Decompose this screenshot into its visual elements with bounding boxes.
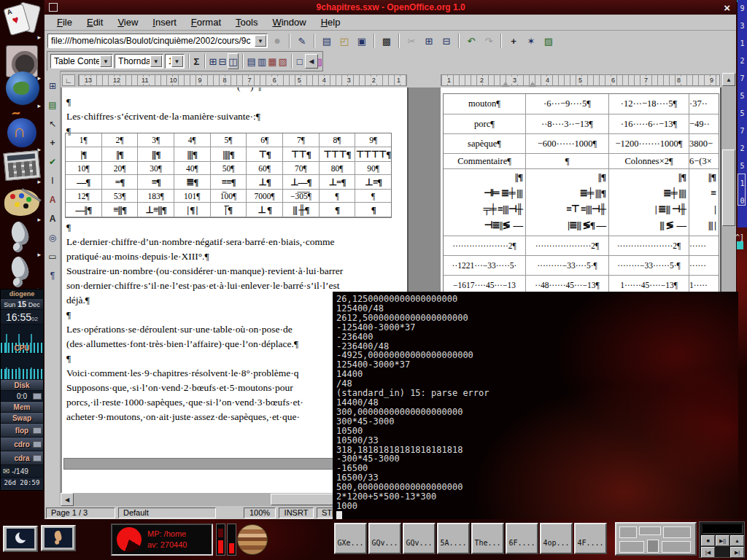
pager-cell[interactable]	[662, 541, 691, 553]
table-cell[interactable]: 3800−	[689, 133, 719, 153]
insert-frame-icon[interactable]: ▭	[46, 249, 59, 264]
font-size-combobox[interactable]: 12 ▼	[165, 54, 185, 69]
table-cell[interactable]: −49··	[689, 114, 719, 133]
table-cell[interactable]: ⊥≡|||¶	[137, 202, 174, 217]
table-cell[interactable]: 183¶	[137, 189, 174, 202]
dock-icon-footprint-2[interactable]	[1, 254, 42, 293]
copy-icon[interactable]: ⊞	[421, 33, 437, 49]
table-cell[interactable]: ··1221···−33·····5·	[444, 255, 525, 275]
stop-button[interactable]: ■	[701, 535, 715, 546]
form-functions-icon[interactable]: +	[46, 136, 59, 150]
table-cell[interactable]: ·12···−18····5¶	[608, 94, 689, 114]
rod-numerals-cell[interactable]: ||¶ ≣╪ ||||| | ≣||| ⊣╫ ||| ≶ —	[608, 168, 689, 236]
table-cell[interactable]: −3̅0̅5̅¶	[282, 189, 319, 202]
table-cell[interactable]: | ¶ |	[174, 202, 210, 217]
table-cell[interactable]: ¶	[525, 153, 608, 168]
task-button[interactable]: 5A....	[437, 523, 470, 554]
menu-item[interactable]: Edit	[80, 15, 109, 29]
table-cell[interactable]: 90¶	[355, 161, 391, 174]
table-cell[interactable]: 53¶	[101, 189, 138, 202]
paste-icon[interactable]: ⊟	[438, 33, 454, 49]
menu-item[interactable]: File	[50, 15, 79, 29]
rod-numerals-cell[interactable]: ||¶ ≡ | ||| |	[689, 168, 719, 236]
table-cell[interactable]: 9¶	[355, 133, 391, 147]
screensaver-applet[interactable]	[3, 526, 38, 552]
task-button[interactable]: 4op...	[540, 523, 573, 554]
insert-row-icon[interactable]: ▤	[247, 53, 256, 69]
indent-marker[interactable]	[502, 82, 509, 87]
pager-cell-active[interactable]	[647, 540, 659, 553]
table-cell[interactable]: 12¶	[66, 189, 101, 202]
task-button[interactable]: 6F....	[506, 523, 538, 554]
play-pause-button[interactable]: ▶||	[716, 535, 729, 546]
table-cell[interactable]: ≡¶	[137, 174, 174, 189]
rod-numerals-cell[interactable]: ||¶ ≣╪ ||||¶ ≡⊤ ≡||||⊣╫ |≣||| ≶¶ —	[525, 168, 608, 236]
terminal-window[interactable]: 26,12500000000000000000125400/482612,500…	[333, 292, 738, 519]
insert-fields-icon[interactable]: ▤	[46, 98, 59, 112]
table-cell[interactable]: 101¶	[174, 189, 210, 202]
size-dropdown-icon[interactable]: ▼	[171, 55, 183, 67]
print-icon[interactable]: ▩	[379, 33, 395, 49]
dock-icon-cards[interactable]: A ♥	[1, 1, 42, 41]
menu-item[interactable]: Window	[266, 15, 312, 29]
previous-track-button[interactable]: |◀	[701, 547, 715, 558]
table-cell[interactable]: 40¶	[174, 161, 210, 174]
table-cell[interactable]: 70¶	[282, 161, 319, 174]
navigator-icon[interactable]: +	[506, 33, 522, 49]
table-cell[interactable]: |||||¶	[210, 147, 247, 161]
autospellcheck-icon[interactable]: A	[46, 192, 59, 207]
table-cell[interactable]: =¶	[101, 174, 138, 189]
table-cell[interactable]: 1¶	[66, 133, 101, 147]
new-document-icon[interactable]: ▤	[319, 33, 335, 49]
mount-flop[interactable]: flop	[1, 424, 43, 438]
direct-cursor-icon[interactable]: Ι	[46, 174, 59, 188]
redo-icon[interactable]: ↷	[481, 33, 497, 49]
table-cell[interactable]: 80¶	[319, 161, 355, 174]
open-file-icon[interactable]: ◰	[336, 33, 352, 49]
table-cell[interactable]: ||| ╫¶	[282, 202, 319, 217]
table-cell[interactable]: 10¶	[66, 161, 101, 174]
mount-cdro[interactable]: cdro	[1, 438, 43, 451]
table-cell[interactable]: ≣¶	[174, 174, 210, 189]
table-cell[interactable]: 50¶	[210, 161, 247, 174]
delete-row-icon[interactable]: ▦	[268, 53, 276, 69]
table-cell[interactable]: −600······1000¶	[525, 133, 608, 153]
gallery-icon[interactable]: ▨	[541, 33, 557, 49]
table-cell[interactable]: 4¶	[174, 133, 210, 147]
table-cell[interactable]: sapèque¶	[444, 133, 525, 153]
table-cell[interactable]: ·37··	[689, 94, 719, 114]
status-style[interactable]: Default	[118, 508, 216, 518]
dock-icon-palette[interactable]	[1, 184, 42, 223]
indent-marker[interactable]	[529, 82, 536, 87]
table-cell[interactable]: |||¶	[137, 147, 174, 161]
table-cell[interactable]: ········−33······5·¶	[608, 255, 689, 275]
table-cell[interactable]: ||||¶	[174, 147, 210, 161]
desktop-pager[interactable]	[615, 522, 697, 556]
table-cell[interactable]: 3¶	[137, 133, 174, 147]
table-cell[interactable]: Colonnes×2¶	[608, 153, 689, 168]
hyperlink-icon[interactable]: ✶	[523, 33, 539, 49]
menu-item[interactable]: Help	[314, 15, 347, 29]
table-cell[interactable]: ⊤⊤⊤⊤¶	[355, 147, 391, 161]
table-cell[interactable]: ··8····3··−13¶	[525, 114, 608, 133]
status-insert-mode[interactable]: INSRT	[279, 508, 314, 518]
next-track-button[interactable]: ▶|	[730, 547, 744, 558]
table-cell[interactable]: 5¶	[210, 133, 247, 147]
table-cell[interactable]: 8¶	[319, 133, 355, 147]
table-cell[interactable]: ⊥=¶	[319, 174, 355, 189]
table-cell[interactable]: 6−(3×	[689, 153, 719, 168]
disk-usage-applet[interactable]: MP: /homeav: 270440	[111, 524, 213, 556]
eject-button[interactable]: ▲	[730, 535, 744, 546]
mail-monitor[interactable]: ✉ -/149	[1, 465, 43, 478]
table-cell[interactable]: ¶	[319, 189, 355, 202]
table-cell[interactable]: —||¶	[66, 202, 101, 217]
pager-cell[interactable]	[639, 526, 661, 535]
table-cell[interactable]: ¶	[319, 202, 355, 217]
stop-loading-icon[interactable]: ●	[269, 33, 285, 49]
table-cell[interactable]: 7¶	[282, 133, 319, 147]
table-cell[interactable]: 2¶	[101, 133, 138, 147]
table-cell[interactable]: ⊥¶	[246, 174, 282, 189]
horizontal-ruler[interactable]: ∟ 13121110987654321 123456789	[61, 73, 721, 88]
table-cell[interactable]: ⊥ ¶	[246, 202, 282, 217]
table-cell[interactable]: —¶	[66, 174, 101, 189]
